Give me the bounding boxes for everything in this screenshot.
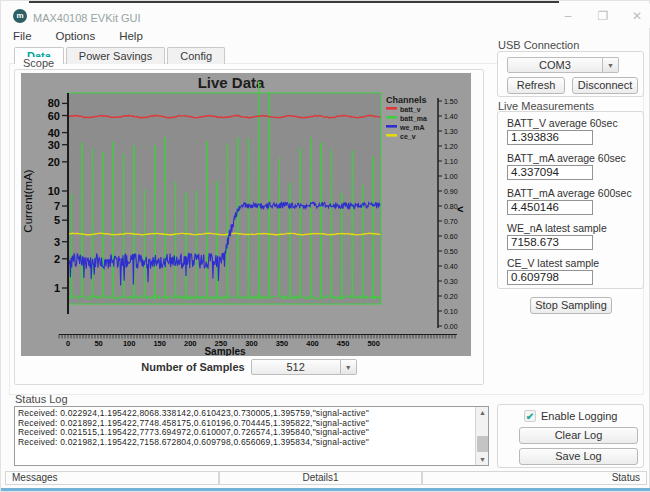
legend-label-batt_ma: batt_ma: [400, 115, 427, 122]
measurement-item: CE_V latest sample0.609798: [507, 257, 642, 285]
app-window: m MAX40108 EVKit GUI – ❐ ✕ FileOptionsHe…: [0, 0, 650, 492]
right-axis-tick-label: 1.50: [444, 98, 458, 105]
right-axis-tick-label: 0.70: [444, 218, 458, 225]
menubar: FileOptionsHelp: [11, 29, 145, 45]
menu-item-file[interactable]: File: [11, 29, 34, 45]
measurement-item: BATT_mA average 600sec4.450146: [507, 187, 642, 215]
measurement-label: BATT_mA average 60sec: [507, 152, 642, 164]
x-axis-tick-label: 300: [245, 339, 258, 348]
left-axis-tick-label: 80: [48, 97, 60, 109]
scroll-down-icon[interactable]: ▼: [476, 454, 489, 465]
right-axis-tick-label: 0.60: [444, 233, 458, 240]
window-top-edge: [29, 1, 559, 3]
right-axis-tick-label: 0.40: [444, 263, 458, 270]
titlebar[interactable]: m MAX40108 EVKit GUI – ❐ ✕: [1, 4, 650, 28]
right-axis-tick-label: 0.90: [444, 188, 458, 195]
x-axis-tick-label: 50: [94, 339, 102, 348]
tab-power-savings[interactable]: Power Savings: [66, 47, 165, 64]
measurement-value-field[interactable]: 0.609798: [507, 270, 593, 285]
usb-connection-group: COM3 ▼ Refresh Disconnect: [497, 51, 644, 97]
chevron-down-icon[interactable]: ▼: [341, 359, 357, 375]
number-of-samples-select[interactable]: 512 ▼: [251, 359, 357, 375]
com-port-select[interactable]: COM3 ▼: [507, 57, 619, 73]
left-axis-tick-label: 1: [54, 282, 60, 294]
enable-logging-row[interactable]: ✔ Enable Logging: [524, 410, 617, 422]
disconnect-button[interactable]: Disconnect: [572, 77, 638, 94]
x-axis-tick-label: 0: [66, 339, 70, 348]
right-axis-tick-label: 1.10: [444, 158, 458, 165]
right-axis-tick-label: 1.20: [444, 143, 458, 150]
left-axis-tick-label: 7: [54, 200, 60, 212]
right-axis-tick-label: 0.10: [444, 308, 458, 315]
plot-area: [68, 93, 381, 304]
usb-connection-label: USB Connection: [498, 39, 579, 51]
measurement-label: CE_V latest sample: [507, 257, 642, 269]
number-of-samples-label: Number of Samples: [141, 361, 244, 373]
left-axis-title: Current(mA): [22, 169, 34, 232]
left-axis-tick-label: 20: [48, 156, 60, 168]
measurement-value-field[interactable]: 4.337094: [507, 165, 593, 180]
measurement-item: BATT_mA average 60sec4.337094: [507, 152, 642, 180]
measurement-label: BATT_V average 60sec: [507, 117, 642, 129]
left-axis-tick-label: 10: [48, 185, 60, 197]
clear-log-button[interactable]: Clear Log: [519, 427, 638, 444]
right-axis-tick-label: 0.30: [444, 278, 458, 285]
scroll-thumb[interactable]: [477, 436, 488, 452]
measurement-value-field[interactable]: 1.393836: [507, 130, 593, 145]
status-log-label: Status Log: [15, 393, 68, 405]
close-button[interactable]: ✕: [626, 10, 648, 24]
live-measurements-group: BATT_V average 60sec1.393836BATT_mA aver…: [497, 111, 644, 289]
measurement-label: WE_nA latest sample: [507, 222, 642, 234]
right-axis-tick-label: 0.80: [444, 203, 458, 210]
right-axis-tick-label: 1.40: [444, 113, 458, 120]
right-axis-tick-label: 1.00: [444, 173, 458, 180]
left-axis-tick-label: 5: [54, 214, 60, 226]
chevron-down-icon[interactable]: ▼: [603, 57, 619, 73]
stop-sampling-button[interactable]: Stop Sampling: [530, 297, 612, 314]
legend-swatch-ce_v: [386, 134, 397, 137]
left-axis-tick-label: 40: [48, 127, 60, 139]
right-axis-tick-label: 1.30: [444, 128, 458, 135]
legend-label-ce_v: ce_v: [400, 133, 416, 140]
x-axis-tick-label: 400: [306, 339, 319, 348]
minimize-button[interactable]: –: [557, 10, 579, 24]
x-axis-tick-label: 350: [276, 339, 289, 348]
x-axis-tick-label: 500: [367, 339, 380, 348]
menu-item-help[interactable]: Help: [117, 29, 145, 45]
right-axis-tick-label: 0.20: [444, 293, 458, 300]
measurement-value-field[interactable]: 7158.673: [507, 235, 593, 250]
refresh-button[interactable]: Refresh: [507, 77, 565, 94]
left-axis-tick-label: 60: [48, 110, 60, 122]
com-port-value[interactable]: COM3: [507, 57, 603, 73]
maximize-button[interactable]: ❐: [592, 10, 614, 24]
log-scrollbar[interactable]: ▲ ▼: [475, 407, 488, 465]
scope-chart: Live Data80604030201075321Current(mA)1.5…: [21, 73, 471, 356]
enable-logging-checkbox[interactable]: ✔: [524, 410, 536, 422]
x-axis-tick-label: 150: [153, 339, 166, 348]
tab-config[interactable]: Config: [167, 47, 225, 64]
app-logo-icon: m: [13, 9, 27, 23]
number-of-samples-row: Number of Samples 512 ▼: [14, 358, 484, 376]
axis-marker-icon: <: [457, 203, 463, 215]
statusbar-details: Details1: [219, 471, 422, 485]
x-axis-title: Samples: [204, 346, 246, 357]
statusbar-messages: Messages: [5, 471, 219, 485]
x-axis-tick-label: 450: [337, 339, 350, 348]
legend-label-batt_v: batt_v: [400, 106, 421, 113]
status-log-box[interactable]: Received: 0.022924,1.195422,8068.338142,…: [14, 406, 489, 466]
legend-swatch-batt_v: [386, 107, 397, 110]
x-axis-tick-label: 100: [123, 339, 136, 348]
measurement-item: WE_nA latest sample7158.673: [507, 222, 642, 250]
log-line: Received: 0.021982,1.195422,7158.672804,…: [18, 438, 474, 448]
save-log-button[interactable]: Save Log: [519, 448, 638, 465]
left-axis-tick-label: 3: [54, 236, 60, 248]
number-of-samples-value[interactable]: 512: [251, 359, 341, 375]
right-axis-tick-label: 0.00: [444, 323, 458, 330]
scope-chart-panel: Live Data80604030201075321Current(mA)1.5…: [21, 73, 471, 356]
scroll-up-icon[interactable]: ▲: [476, 407, 489, 418]
left-axis-tick-label: 2: [54, 253, 60, 265]
measurement-value-field[interactable]: 4.450146: [507, 200, 593, 215]
legend-title: Channels: [386, 95, 427, 105]
x-axis-tick-label: 200: [184, 339, 197, 348]
menu-item-options[interactable]: Options: [54, 29, 98, 45]
